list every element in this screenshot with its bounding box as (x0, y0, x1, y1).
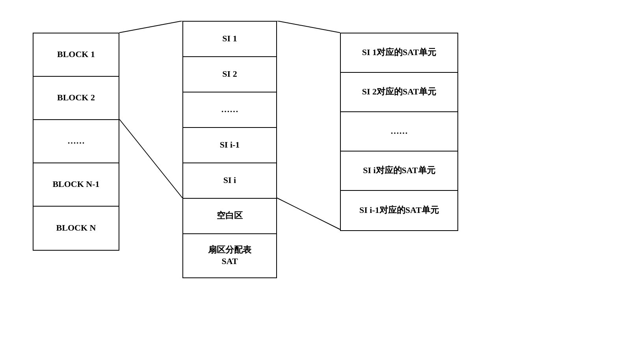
mid-cell-sii: SI i (183, 163, 276, 199)
left-label-n1: BLOCK N-1 (52, 179, 99, 190)
left-label-dots: …… (67, 135, 85, 147)
mid-label-si2: SI 2 (222, 68, 237, 80)
right-cell-dots: …… (341, 112, 457, 152)
mid-column: SI 1 SI 2 …… SI i-1 SI i 空白区 扇区分配表 SAT (182, 21, 277, 278)
mid-label-dots: …… (221, 104, 238, 115)
left-label-1: BLOCK 1 (57, 49, 95, 60)
mid-label-sii1: SI i-1 (220, 139, 240, 151)
left-label-n: BLOCK N (56, 222, 96, 234)
right-cell-i: SI i对应的SAT单元 (341, 152, 457, 191)
mid-label-sat-line2: SAT (221, 256, 238, 267)
right-column: SI 1对应的SAT单元 SI 2对应的SAT单元 …… SI i对应的SAT单… (340, 33, 458, 231)
mid-cell-dots: …… (183, 92, 276, 128)
left-cell-dots: …… (33, 120, 119, 163)
mid-cell-si1: SI 1 (183, 22, 276, 57)
left-label-2: BLOCK 2 (57, 92, 95, 103)
mid-label-blank: 空白区 (217, 210, 243, 222)
left-column: BLOCK 1 BLOCK 2 …… BLOCK N-1 BLOCK N (33, 33, 119, 251)
svg-line-1 (119, 119, 182, 198)
svg-line-3 (277, 198, 340, 229)
mid-cell-si2: SI 2 (183, 57, 276, 92)
left-cell-n1: BLOCK N-1 (33, 163, 119, 207)
right-label-i1: SI i-1对应的SAT单元 (359, 205, 439, 216)
mid-cell-blank: 空白区 (183, 199, 276, 234)
svg-line-2 (277, 21, 340, 33)
left-cell-1: BLOCK 1 (33, 33, 119, 77)
diagram: BLOCK 1 BLOCK 2 …… BLOCK N-1 BLOCK N SI … (33, 21, 584, 344)
left-cell-2: BLOCK 2 (33, 77, 119, 120)
mid-cell-sii1: SI i-1 (183, 128, 276, 163)
svg-line-0 (119, 21, 182, 33)
right-label-2: SI 2对应的SAT单元 (362, 86, 436, 98)
right-cell-2: SI 2对应的SAT单元 (341, 73, 457, 112)
mid-label-si1: SI 1 (222, 33, 237, 44)
mid-label-sat-line1: 扇区分配表 (208, 244, 251, 256)
right-label-dots: …… (390, 126, 408, 137)
right-cell-i1: SI i-1对应的SAT单元 (341, 191, 457, 230)
right-label-i: SI i对应的SAT单元 (363, 165, 435, 176)
right-label-1: SI 1对应的SAT单元 (362, 47, 436, 58)
mid-label-sii: SI i (223, 175, 236, 186)
mid-cell-sat: 扇区分配表 SAT (183, 234, 276, 277)
left-cell-n: BLOCK N (33, 207, 119, 250)
right-cell-1: SI 1对应的SAT单元 (341, 33, 457, 73)
